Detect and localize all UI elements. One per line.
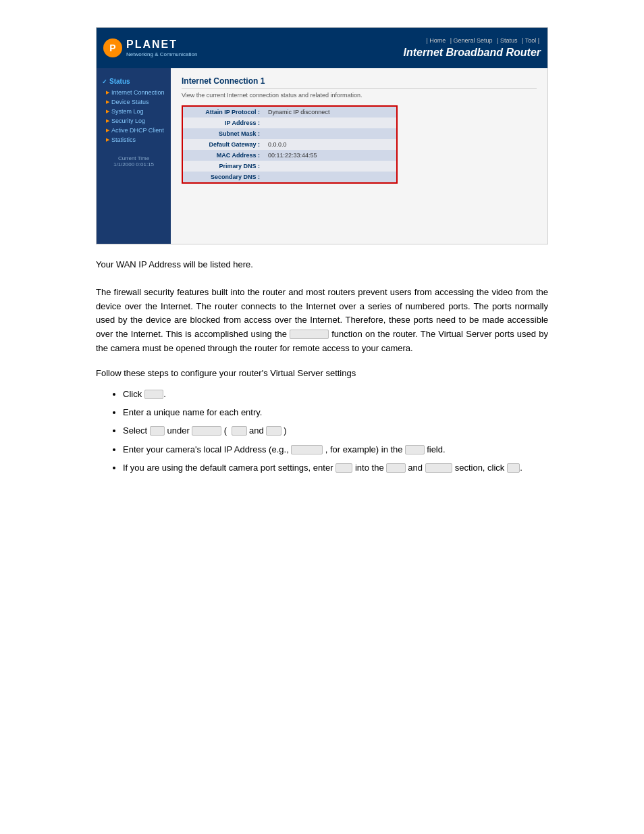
table-value [264,128,396,139]
table-label: Primary DNS : [183,161,264,172]
table-value: 00:11:22:33:44:55 [264,150,396,161]
nav-general-setup: | General Setup [450,37,493,44]
table-row: Default Gateway : 0.0.0.0 [183,139,396,150]
table-row: Primary DNS : [183,161,396,172]
page-text: Your WAN IP Address will be listed here.… [96,258,548,476]
content-subtitle: View the current Internet connection sta… [182,92,537,99]
sidebar-item-internet-connection[interactable]: Internet Connection [97,88,171,97]
table-label: Default Gateway : [183,139,264,150]
table-value [264,161,396,172]
table-row: IP Address : [183,118,396,128]
logo-text: PLANET [126,38,178,50]
nav-links: | Home | General Setup | Status | Tool | [403,37,541,44]
field-highlight3 [425,463,453,473]
router-logo: P PLANET Networking & Communication [103,38,197,57]
planet-logo-icon: P [103,38,122,57]
select-highlight2 [192,426,221,436]
router-content: Internet Connection 1 View the current I… [171,68,547,244]
router-screenshot: P PLANET Networking & Communication | Ho… [96,27,548,244]
nav-home: | Home [426,37,446,44]
logo-sub: Networking & Communication [126,51,197,57]
table-value [264,172,396,182]
list-item: If you are using the default camera port… [123,460,548,475]
ip-highlight [291,445,323,454]
port-highlight [336,463,352,473]
field-highlight [405,445,424,454]
select-highlight3 [232,426,246,436]
table-label: Secondary DNS : [183,172,264,182]
table-row: Secondary DNS : [183,172,396,182]
sidebar-item-security-log[interactable]: Security Log [97,116,171,126]
sidebar-item-statistics[interactable]: Statistics [97,135,171,145]
table-label: IP Address : [183,118,264,128]
table-label: Attain IP Protocol : [183,107,264,118]
status-table-wrapper: Attain IP Protocol : Dynamic IP disconne… [182,105,398,184]
table-row: Subnet Mask : [183,128,396,139]
select-highlight1 [150,426,165,436]
router-header: P PLANET Networking & Communication | Ho… [97,28,547,68]
sidebar-item-dhcp-client[interactable]: Active DHCP Client [97,126,171,135]
select-highlight4 [266,426,281,436]
sidebar-item-system-log[interactable]: System Log [97,107,171,116]
sidebar-current-time: Current Time 1/1/2000 0:01:15 [97,145,171,170]
list-item: Select under ( and ) [123,423,548,438]
list-item: Enter your camera's local IP Address (e.… [123,442,548,457]
current-time-label: Current Time [102,155,165,161]
router-body: Status Internet Connection Device Status… [97,68,547,244]
sidebar-item-device-status[interactable]: Device Status [97,97,171,107]
table-label: MAC Address : [183,150,264,161]
status-table: Attain IP Protocol : Dynamic IP disconne… [183,107,396,182]
steps-intro: Follow these steps to configure your rou… [96,367,548,381]
router-sidebar: Status Internet Connection Device Status… [97,68,171,244]
current-time-value: 1/1/2000 0:01:15 [102,161,165,167]
click-button-highlight [144,390,163,399]
save-highlight [507,463,520,473]
wan-note: Your WAN IP Address will be listed here. [96,258,548,272]
field-highlight2 [386,463,405,473]
table-row: MAC Address : 00:11:22:33:44:55 [183,150,396,161]
table-value: 0.0.0.0 [264,139,396,150]
table-row: Attain IP Protocol : Dynamic IP disconne… [183,107,396,118]
nav-tool: | Tool | [522,37,539,44]
table-value: Dynamic IP disconnect [264,107,396,118]
table-label: Subnet Mask : [183,128,264,139]
content-title: Internet Connection 1 [182,76,537,89]
list-item: Click . [123,386,548,402]
list-item: Enter a unique name for each entry. [123,405,548,420]
steps-list: Click . Enter a unique name for each ent… [96,386,548,476]
nav-status: | Status [497,37,517,44]
main-paragraph: The firewall security features built int… [96,286,548,356]
table-value [264,118,396,128]
virtual-server-highlight [290,330,329,339]
sidebar-status-title: Status [97,75,171,88]
router-header-right: | Home | General Setup | Status | Tool |… [403,37,541,59]
router-title: Internet Broadband Router [403,47,541,59]
